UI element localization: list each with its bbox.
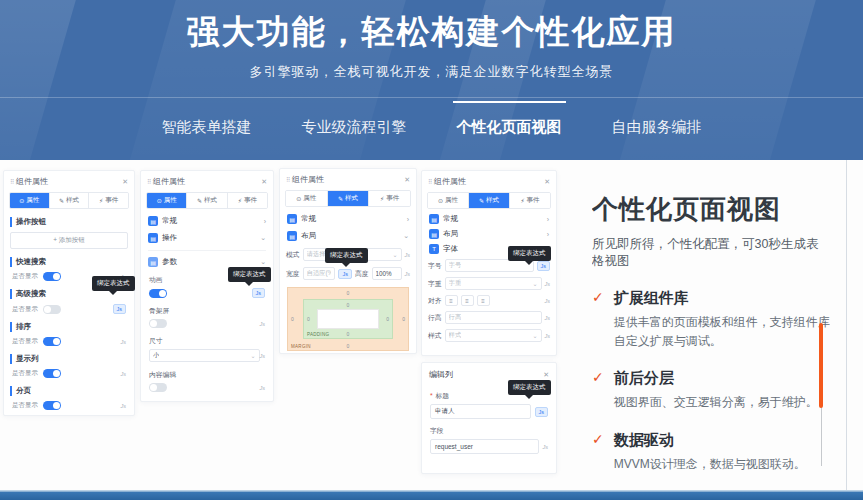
- tab-events[interactable]: ⚡事件: [369, 191, 410, 206]
- subsection-params[interactable]: ▤ 参数 ⌄: [148, 250, 266, 267]
- tab-style[interactable]: ✎样式: [328, 191, 370, 206]
- margin-label: MARGIN: [291, 344, 311, 349]
- quick-search-toggle[interactable]: [43, 272, 61, 281]
- feature-title: 前后分层: [614, 369, 818, 388]
- panel-title: 组件属性: [428, 176, 466, 187]
- brush-icon: ✎: [59, 197, 64, 204]
- sort-toggle[interactable]: [43, 337, 61, 346]
- tab-attributes[interactable]: ⊙属性: [286, 191, 328, 206]
- tab-page-view[interactable]: 个性化页面视图: [455, 116, 564, 139]
- padding-label: PADDING: [307, 332, 329, 337]
- js-bind-icon[interactable]: Js: [121, 339, 127, 345]
- js-bind-icon[interactable]: Js: [535, 407, 549, 417]
- field-label: 骨架屏: [149, 306, 265, 316]
- dialog-title: 编辑列: [429, 369, 453, 380]
- tab-attributes[interactable]: ⊙属性: [10, 193, 50, 208]
- size-select[interactable]: 小⌄: [149, 349, 260, 362]
- collapse-row-general[interactable]: ▤ 常规 ›: [148, 216, 266, 226]
- js-bind-icon[interactable]: Js: [545, 281, 551, 287]
- caret-down-icon: ⌄: [392, 251, 397, 258]
- field-label: 内容编辑: [149, 370, 265, 380]
- panel-title: 组件属性: [10, 176, 48, 187]
- tab-smart-form[interactable]: 智能表单搭建: [160, 116, 254, 139]
- section-sort: 排序: [10, 322, 128, 332]
- animation-toggle[interactable]: [149, 289, 167, 298]
- field-input[interactable]: request_user: [430, 439, 539, 454]
- row-label: 字体: [443, 244, 458, 254]
- align-center-button[interactable]: ≡: [461, 295, 474, 306]
- title-input[interactable]: 申请人: [430, 404, 531, 419]
- padding-top-value: 0: [347, 302, 350, 308]
- align-left-button[interactable]: ≡: [445, 295, 458, 306]
- align-right-button[interactable]: ≡: [477, 295, 490, 306]
- collapse-row-general[interactable]: ▤ 常规 ›: [287, 214, 409, 224]
- toggle-label: 是否显示: [12, 401, 38, 410]
- tab-style[interactable]: ✎样式: [50, 193, 90, 208]
- font-style-select[interactable]: 样式⌄: [445, 329, 542, 342]
- feature-item-layering: ✓ 前后分层 视图界面、交互逻辑分离，易于维护。: [592, 369, 830, 412]
- js-bind-icon[interactable]: Js: [113, 304, 127, 314]
- advanced-search-toggle[interactable]: [43, 305, 61, 314]
- tab-attributes[interactable]: ⊙属性: [147, 193, 187, 208]
- skeleton-toggle[interactable]: [149, 319, 167, 328]
- js-bind-icon[interactable]: Js: [537, 261, 551, 271]
- caret-down-icon: ⌄: [532, 332, 537, 339]
- collapse-row-layout[interactable]: ▤ 布局 ⌄: [287, 231, 409, 241]
- bind-expression-tooltip: 绑定表达式: [92, 276, 135, 291]
- js-bind-icon[interactable]: Js: [252, 288, 266, 298]
- collapse-row-operation[interactable]: ▤ 操作 ⌄: [148, 233, 266, 243]
- close-icon[interactable]: ✕: [404, 176, 410, 184]
- tab-label: 样式: [204, 196, 217, 205]
- js-bind-icon[interactable]: Js: [545, 298, 551, 304]
- tab-events[interactable]: ⚡事件: [510, 193, 550, 208]
- js-bind-icon[interactable]: Js: [545, 333, 551, 339]
- tab-style[interactable]: ✎样式: [187, 193, 227, 208]
- js-bind-icon[interactable]: Js: [545, 315, 551, 321]
- tab-service-orchestration[interactable]: 自由服务编排: [610, 116, 704, 139]
- tab-events[interactable]: ⚡事件: [89, 193, 128, 208]
- close-icon[interactable]: ✕: [122, 178, 128, 186]
- collapse-row-layout[interactable]: ▤ 布局 ›: [429, 229, 549, 239]
- select-placeholder: 字重: [449, 279, 462, 288]
- edit-column-dialog: 编辑列 ✕ * 标题 申请人 Js 字段 request_user Js: [421, 362, 557, 474]
- width-input[interactable]: 自适应(%): [303, 267, 336, 280]
- toggle-row: Js: [149, 288, 265, 298]
- field-label: 尺寸: [149, 336, 265, 346]
- js-bind-icon[interactable]: Js: [338, 269, 352, 279]
- collapse-row-general[interactable]: ▤ 常规 ›: [429, 214, 549, 224]
- close-icon[interactable]: ✕: [544, 178, 550, 186]
- js-bind-icon[interactable]: Js: [121, 403, 127, 409]
- pagination-toggle[interactable]: [43, 401, 61, 410]
- line-height-input[interactable]: 行高: [445, 311, 542, 324]
- js-bind-icon[interactable]: Js: [405, 271, 411, 277]
- content-edit-toggle[interactable]: [149, 383, 167, 392]
- select-placeholder: 请选择: [307, 250, 326, 259]
- tab-attributes[interactable]: ⊙属性: [428, 193, 469, 208]
- tab-events[interactable]: ⚡事件: [228, 193, 267, 208]
- tab-process-engine[interactable]: 专业级流程引擎: [300, 116, 409, 139]
- js-bind-icon[interactable]: Js: [121, 371, 127, 377]
- input-value: 100%: [376, 270, 392, 277]
- width-label: 宽度: [286, 269, 300, 279]
- height-input[interactable]: 100%: [372, 267, 402, 280]
- js-bind-icon[interactable]: Js: [260, 385, 266, 391]
- display-columns-toggle[interactable]: [43, 369, 61, 378]
- js-bind-icon[interactable]: Js: [260, 321, 266, 327]
- add-button[interactable]: + 添加按钮: [10, 232, 128, 249]
- row-label: 布局: [301, 231, 316, 241]
- gear-icon: ⊙: [296, 195, 301, 202]
- js-bind-icon[interactable]: Js: [405, 252, 411, 258]
- feature-heading: 个性化页面视图: [592, 192, 830, 227]
- js-bind-icon[interactable]: Js: [543, 444, 549, 450]
- box-icon: ▤: [429, 229, 439, 239]
- close-icon[interactable]: ✕: [543, 371, 549, 379]
- tab-style[interactable]: ✎样式: [469, 193, 510, 208]
- toggle-row: Js: [149, 319, 265, 328]
- js-bind-icon[interactable]: Js: [260, 353, 266, 359]
- scrollbar-thumb[interactable]: [819, 323, 823, 408]
- margin-right-value: 0: [402, 316, 405, 322]
- font-weight-select[interactable]: 字重⌄: [445, 277, 542, 290]
- toggle-row: Js: [149, 383, 265, 392]
- close-icon[interactable]: ✕: [261, 178, 267, 186]
- bolt-icon: ⚡: [380, 195, 384, 202]
